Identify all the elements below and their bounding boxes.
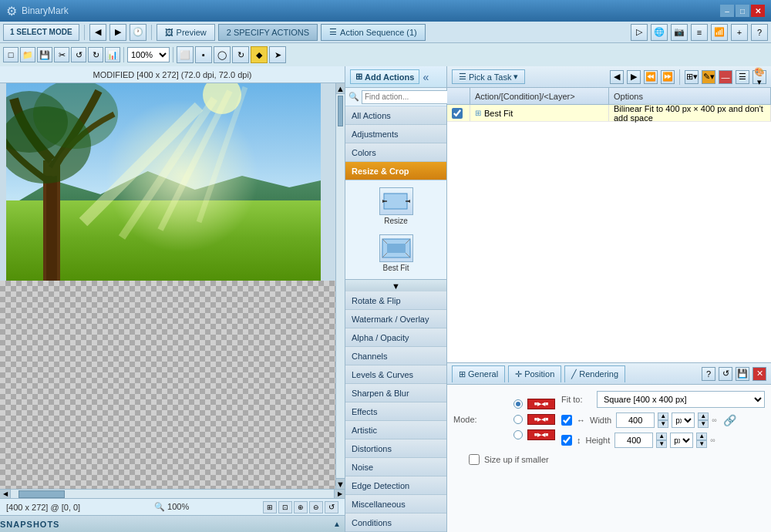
width-spin-up[interactable]: ▲ [658, 412, 668, 420]
rect-fill-btn[interactable]: ▪ [195, 46, 212, 63]
category-colors[interactable]: Colors [345, 143, 446, 162]
chart-btn[interactable]: 📊 [105, 47, 120, 62]
cut-btn[interactable]: ✂ [54, 47, 69, 62]
category-alpha-opacity[interactable]: Alpha / Opacity [345, 328, 446, 347]
category-edge-detection[interactable]: Edge Detection [345, 476, 446, 495]
seq-checkbox-1[interactable] [452, 108, 463, 119]
collapse-btn[interactable]: « [423, 71, 429, 83]
category-adjustments[interactable]: Adjustments [345, 125, 446, 143]
pick-task-button[interactable]: ☰ Pick a Task ▾ [452, 69, 525, 84]
height-unit-spin-down[interactable]: ▼ [696, 440, 707, 448]
width-unit-spin-up[interactable]: ▲ [698, 412, 709, 420]
category-artistic[interactable]: Artistic [345, 421, 446, 439]
scroll-up-btn[interactable]: ▲ [336, 83, 345, 94]
nav-next-seq-btn[interactable]: ⏩ [661, 70, 675, 84]
edit-seq-btn[interactable]: ✎▾ [702, 70, 715, 84]
radio-mode-1[interactable] [513, 399, 523, 409]
delete-seq-btn[interactable]: — [719, 70, 732, 84]
yellow-btn[interactable]: ◆ [251, 46, 268, 63]
save-btn[interactable]: 💾 [37, 47, 52, 62]
maximize-button[interactable]: □ [736, 5, 749, 17]
add-actions-button[interactable]: ⊞ Add Actions [350, 69, 419, 84]
nav-left-seq-btn[interactable]: ◀ [610, 70, 624, 84]
category-sharpen-blur[interactable]: Sharpen & Blur [345, 384, 446, 402]
category-scroll-arrow[interactable]: ▼ [345, 279, 446, 291]
nav-left-icon[interactable]: ◀ [89, 24, 106, 41]
list-seq-btn[interactable]: ☰ [736, 70, 749, 84]
category-channels[interactable]: Channels [345, 347, 446, 365]
minimize-button[interactable]: – [720, 5, 734, 17]
globe-icon[interactable]: 🌐 [651, 24, 668, 41]
category-levels-curves[interactable]: Levels & Curves [345, 365, 446, 384]
save-options-btn[interactable]: 💾 [736, 367, 749, 381]
nav-prev-seq-btn[interactable]: ⏪ [644, 70, 658, 84]
add-seq-btn[interactable]: ⊞▾ [685, 70, 699, 84]
height-checkbox[interactable] [561, 435, 572, 446]
h-scrollbar[interactable]: ◀ ▶ [0, 489, 345, 498]
arrow-right-btn[interactable]: ➤ [269, 46, 286, 63]
zoom-in-btn[interactable]: ⊕ [294, 501, 308, 513]
height-spin-down[interactable]: ▼ [656, 440, 667, 448]
fit-to-select[interactable]: Square [400 x 400 px] [597, 391, 765, 408]
category-resize-crop[interactable]: Resize & Crop [345, 162, 446, 180]
help-options-btn[interactable]: ? [702, 367, 715, 381]
width-unit-spin-down[interactable]: ▼ [698, 420, 709, 428]
h-scroll-thumb[interactable] [19, 490, 65, 498]
close-button[interactable]: ✕ [751, 5, 765, 17]
scroll-down-btn[interactable]: ▼ [336, 478, 345, 489]
zoom-out-btn[interactable]: ⊖ [309, 501, 323, 513]
scroll-thumb[interactable] [338, 96, 343, 126]
clock-icon[interactable]: 🕐 [130, 24, 146, 41]
height-spinner[interactable] [614, 433, 653, 448]
category-rotate-flip[interactable]: Rotate & Flip [345, 291, 446, 310]
camera-icon[interactable]: 📷 [671, 24, 688, 41]
new-btn[interactable]: □ [3, 47, 19, 62]
width-unit-select[interactable]: px % [672, 412, 695, 428]
width-spin-down[interactable]: ▼ [658, 420, 668, 428]
category-effects[interactable]: Effects [345, 402, 446, 421]
add-icon[interactable]: + [731, 24, 748, 41]
snapshots-expand-icon[interactable]: ▲ [333, 520, 342, 528]
action-item-resize[interactable]: Resize [348, 184, 443, 229]
height-unit-select[interactable]: px % [670, 433, 693, 448]
action-item-best-fit[interactable]: Best Fit [348, 231, 443, 276]
specify-actions-tab[interactable]: 2 SPECIFY ACTIONS [218, 24, 318, 41]
category-miscellaneous[interactable]: Miscellaneous [345, 495, 446, 513]
undo-options-btn[interactable]: ↺ [719, 367, 732, 381]
select-mode-button[interactable]: 1 SELECT MODE [3, 24, 79, 41]
signal-icon[interactable]: 📶 [711, 24, 728, 41]
category-distortions[interactable]: Distortions [345, 439, 446, 458]
scroll-right-btn[interactable]: ▶ [334, 490, 345, 498]
nav-right-icon[interactable]: ▶ [109, 24, 126, 41]
settings-icon[interactable]: ≡ [691, 24, 708, 41]
category-noise[interactable]: Noise [345, 458, 446, 476]
color-seq-btn[interactable]: 🎨▾ [752, 70, 766, 84]
fit-btn[interactable]: ⊞ [263, 501, 277, 513]
rect-select-btn[interactable]: ⬜ [177, 46, 194, 63]
forward-btn[interactable]: ↻ [88, 47, 103, 62]
preview-tab[interactable]: 🖼 Preview [157, 24, 215, 41]
rendering-tab[interactable]: ╱ Rendering [564, 365, 625, 382]
scroll-left-btn[interactable]: ◀ [0, 490, 11, 498]
radio-mode-3[interactable] [513, 430, 523, 439]
category-all-actions[interactable]: All Actions [345, 106, 446, 125]
seq-row-1-check[interactable] [447, 105, 470, 121]
category-watermark[interactable]: Watermark / Overlay [345, 310, 446, 328]
general-tab[interactable]: ⊞ General [452, 365, 505, 382]
action-sequence-tab[interactable]: ☰ Action Sequence (1) [321, 24, 426, 41]
rotate-cw-btn[interactable]: ↻ [232, 46, 249, 63]
width-checkbox[interactable] [561, 415, 572, 426]
radio-mode-2[interactable] [513, 415, 523, 424]
nav-right-seq-btn[interactable]: ▶ [627, 70, 641, 84]
open-btn[interactable]: 📁 [20, 47, 35, 62]
zoom-select[interactable]: 100% 50% 200% [127, 47, 170, 62]
export-icon[interactable]: ▷ [631, 24, 648, 41]
category-conditions[interactable]: Conditions [345, 513, 446, 532]
height-spin-up[interactable]: ▲ [656, 433, 667, 440]
oval-btn[interactable]: ◯ [214, 46, 231, 63]
close-options-btn[interactable]: ✕ [752, 367, 766, 381]
size-up-checkbox[interactable] [469, 454, 480, 465]
link-dimensions-icon[interactable]: 🔗 [723, 414, 736, 426]
seq-row-1[interactable]: ⊞ Best Fit Bilinear Fit to 400 px × 400 … [447, 105, 771, 122]
refresh-view-btn[interactable]: ↺ [325, 501, 338, 513]
